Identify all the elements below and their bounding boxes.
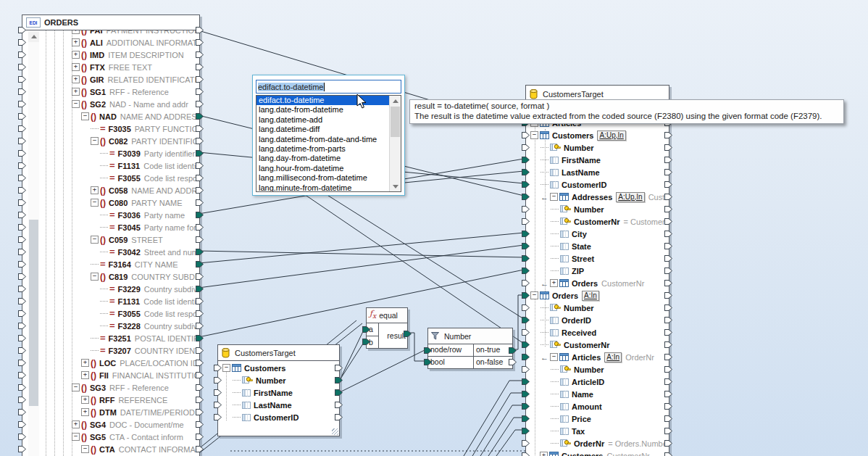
input-connector[interactable] (18, 187, 26, 194)
output-connector[interactable] (664, 329, 672, 336)
tree-row-F3228[interactable]: =F3228Country subdiv (22, 320, 199, 332)
function-list-item[interactable]: lang.day-from-datetime (256, 154, 401, 163)
output-connector[interactable] (196, 261, 204, 268)
input-connector[interactable] (18, 125, 26, 132)
output-connector[interactable] (664, 231, 672, 237)
collapse-minus-icon[interactable]: − (72, 384, 80, 391)
tree-row-F3039[interactable]: =F3039Party identifier (22, 147, 199, 159)
tree-row-CustomerID[interactable]: CustomerID (218, 411, 339, 423)
tree-row-OrderNr[interactable]: OrderNr= Orders.Numbe (526, 437, 669, 449)
tree-row-Number[interactable]: Number (526, 141, 669, 154)
output-connector[interactable] (196, 27, 204, 33)
tree-row-FirstName[interactable]: FirstName (218, 386, 339, 399)
output-connector[interactable] (664, 415, 672, 422)
tree-row-F3229[interactable]: =F3229Country subdiv (22, 283, 199, 295)
mapping-connection-line[interactable] (496, 430, 524, 456)
tree-row-LOC[interactable]: +()LOCPLACE/LOCATION IDE (22, 357, 199, 369)
expand-plus-icon[interactable]: + (72, 420, 80, 428)
input-connector[interactable] (522, 428, 530, 434)
tree-row-CTA[interactable]: −()CTACONTACT INFORMA (22, 443, 199, 455)
output-connector[interactable] (664, 304, 672, 311)
output-connector[interactable] (335, 402, 343, 408)
expand-plus-icon[interactable]: + (81, 371, 89, 379)
input-connector[interactable] (522, 132, 530, 138)
function-list-item[interactable]: lang.hour-from-datetime (256, 164, 401, 173)
input-connector[interactable] (522, 354, 530, 360)
input-connector[interactable] (214, 414, 222, 420)
mapping-connection-line[interactable] (340, 349, 426, 392)
output-connector[interactable] (664, 428, 672, 434)
tree-row-CustomerNr[interactable]: CustomerNr= Customers (526, 215, 669, 228)
collapse-minus-icon[interactable]: − (72, 100, 80, 108)
input-connector[interactable] (18, 39, 26, 46)
input-connector[interactable] (522, 452, 530, 456)
scroll-up-button[interactable] (390, 96, 401, 106)
collapse-minus-icon[interactable]: − (72, 433, 80, 441)
output-connector[interactable] (664, 181, 672, 188)
input-connector[interactable] (18, 101, 26, 107)
function-search-input[interactable]: edifact.to-datetime (256, 80, 401, 94)
tree-row-C082[interactable]: −()C082PARTY IDENTIFICAT (22, 135, 199, 147)
tree-row-LastName[interactable]: LastName (526, 166, 669, 178)
output-connector[interactable] (196, 224, 204, 231)
output-connector[interactable] (196, 162, 204, 169)
output-connector[interactable] (196, 51, 204, 58)
tree-row-Amount[interactable]: Amount (526, 400, 669, 413)
input-connector[interactable] (522, 181, 530, 188)
tree-row-State[interactable]: State (526, 240, 669, 252)
input-connector[interactable] (522, 243, 530, 249)
output-connector[interactable] (664, 243, 672, 249)
tree-row-F3251[interactable]: =F3251POSTAL IDENTIFIC (22, 332, 199, 344)
output-connector[interactable] (664, 218, 672, 225)
expand-plus-icon[interactable]: + (72, 88, 80, 96)
tree-row-F3036[interactable]: =F3036Party name (22, 209, 199, 221)
function-list-item[interactable]: lang.datetime-add (256, 115, 401, 125)
output-connector[interactable] (196, 125, 204, 132)
input-connector[interactable] (18, 384, 26, 391)
input-connector[interactable] (18, 372, 26, 378)
input-connector[interactable] (522, 206, 530, 212)
scroll-down-button[interactable] (390, 181, 401, 191)
input-b-connector[interactable] (362, 339, 370, 345)
tree-row-Orders[interactable]: −OrdersA:In (526, 289, 669, 302)
tree-row-Price[interactable]: Price (526, 413, 669, 425)
input-connector[interactable] (522, 378, 530, 385)
function-list-item[interactable]: lang.datetime-from-parts (256, 144, 401, 154)
collapse-minus-icon[interactable]: − (550, 353, 558, 361)
output-connector[interactable] (664, 194, 672, 200)
output-connector[interactable] (196, 101, 204, 107)
output-connector[interactable] (335, 414, 343, 420)
output-connector[interactable] (196, 212, 204, 218)
tree-row-C080[interactable]: −()C080PARTY NAME (22, 196, 199, 209)
input-connector[interactable] (18, 273, 26, 280)
collapse-minus-icon[interactable]: − (550, 193, 558, 201)
tree-row-Number[interactable]: Number (218, 374, 339, 386)
tree-row-SG2[interactable]: −()SG2NAD - Name and addr (22, 98, 199, 110)
output-connector[interactable] (335, 389, 343, 396)
tree-row-Addresses[interactable]: ←−AddressesA:Up,InCustom (526, 191, 669, 203)
output-connector[interactable] (196, 310, 204, 317)
input-connector[interactable] (18, 446, 26, 452)
output-connector[interactable] (196, 150, 204, 157)
collapse-minus-icon[interactable]: − (81, 112, 89, 120)
tree-row-Street[interactable]: Street (526, 252, 669, 265)
output-connector[interactable] (664, 378, 672, 385)
input-connector[interactable] (522, 169, 530, 175)
tree-row-Tax[interactable]: Tax (526, 425, 669, 437)
output-connector[interactable] (664, 132, 672, 138)
collapse-minus-icon[interactable]: − (530, 291, 538, 299)
input-connector[interactable] (18, 261, 26, 268)
input-connector[interactable] (18, 434, 26, 440)
annotation-badge[interactable]: A:In (582, 291, 599, 301)
output-connector[interactable] (664, 206, 672, 212)
output-connector[interactable] (196, 88, 204, 95)
input-connector[interactable] (18, 150, 26, 157)
tree-row-FII[interactable]: +()FIIFINANCIAL INSTITUTIO (22, 369, 199, 381)
function-list-item[interactable]: lang.millisecond-from-datetime (256, 173, 401, 183)
tree-row-C058[interactable]: +()C058NAME AND ADDR (22, 184, 199, 196)
expand-plus-icon[interactable]: + (72, 75, 80, 83)
input-connector[interactable] (18, 27, 26, 33)
tree-row-F3055[interactable]: =F3055Code list respo (22, 307, 199, 320)
input-connector[interactable] (522, 403, 530, 410)
input-connector[interactable] (214, 402, 222, 408)
